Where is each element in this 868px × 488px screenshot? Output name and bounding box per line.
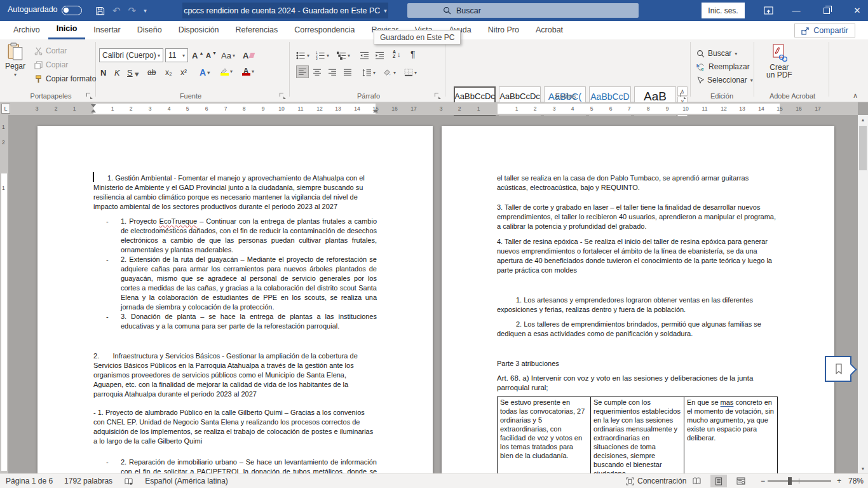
collapse-ribbon-icon[interactable]: ∧ [853,92,858,100]
align-right-button[interactable] [328,66,337,79]
autosave-toggle[interactable] [62,6,82,15]
read-mode-button[interactable] [688,475,705,487]
first-line-indent-marker[interactable] [91,104,96,107]
paragraph[interactable]: 2. Los talleres de emprendimientos brind… [497,320,778,339]
tab-diseno[interactable]: Diseño [129,21,170,39]
table-cell[interactable]: Se cumple con los requerimientos estable… [591,397,684,480]
paragraph-dialog-launcher[interactable] [435,93,441,99]
justify-button[interactable] [343,66,352,79]
right-indent-marker[interactable] [373,109,378,112]
numbering-button[interactable]: 123▾ [316,49,329,62]
underline-chevron-icon[interactable]: ▾ [135,67,139,80]
hanging-indent-marker[interactable] [91,109,96,112]
strikethrough-button[interactable]: ab [147,66,156,79]
scrollbar-thumb[interactable] [859,126,867,170]
paragraph[interactable]: - 1. Proyecto de alumbrado Público en la… [93,408,377,446]
list-item[interactable]: - 2. Extensión de la ruta del guayacán –… [93,255,377,312]
paragraph[interactable]: 2. Infraestructura y Servicios Básicos -… [93,351,377,399]
tab-inicio[interactable]: Inicio [48,21,86,39]
redo-icon[interactable]: ↷ [128,5,137,17]
paragraph[interactable]: 1. Los artesanos y emprendedores lograro… [497,295,778,315]
vertical-scrollbar[interactable]: ▲ ▼ [858,115,868,473]
tab-archivo[interactable]: Archivo [5,21,48,39]
replace-button[interactable]: bc Reemplazar [696,61,750,72]
list-item[interactable]: - 3. Donación de planta – se hace la ent… [93,312,377,331]
scroll-up-icon[interactable]: ▲ [858,115,868,125]
tab-correspondencia[interactable]: Correspondencia [286,21,363,39]
document-table[interactable]: Se estuvo presente en todas las convocat… [497,396,778,480]
find-button[interactable]: Buscar▾ [696,48,737,59]
tab-referencias[interactable]: Referencias [227,21,287,39]
zoom-level[interactable]: 78% [843,474,868,488]
document-page-1[interactable]: 1. Gestión Ambiental - Fomentar el manej… [37,126,433,473]
focus-mode-button[interactable]: Concentración [620,474,692,488]
share-button[interactable]: Compartir [794,24,855,37]
paragraph[interactable]: Art. 68. a) Intervenir con voz y voto en… [497,374,778,393]
tab-disposicion[interactable]: Disposición [170,21,227,39]
paragraph[interactable]: 1. Gestión Ambiental - Fomentar el manej… [93,173,377,212]
language-indicator[interactable]: Español (América latina) [139,474,234,488]
tab-selector[interactable]: L [1,104,10,114]
document-page-2[interactable]: el taller se realiza en la casa de don P… [442,126,834,473]
save-icon[interactable] [95,6,105,16]
clipboard-dialog-launcher[interactable] [86,93,93,99]
word-count[interactable]: 1792 palabras [58,474,118,488]
font-color-button[interactable]: A ▾ [241,65,254,78]
highlight-button[interactable]: ▾ [220,65,233,78]
document-title[interactable]: cpccs rendicion de cuenta 2024 - Guardad… [182,3,388,18]
change-case-button[interactable]: Aa▾ [221,49,235,62]
horizontal-ruler[interactable]: L 32112345678910111213141516173211234567… [0,102,858,115]
subscript-button[interactable]: x₂ [165,66,172,79]
align-center-button[interactable] [313,66,322,79]
table-cell[interactable]: En que se mas concreto en el momento de … [684,397,778,480]
minimize-button[interactable]: — [785,0,807,21]
font-family-combo[interactable]: Calibri (Cuerpo)▾ [99,48,163,62]
undo-icon[interactable]: ↶ [112,5,121,17]
tab-acrobat[interactable]: Acrobat [527,21,571,39]
ribbon-display-options-icon[interactable] [757,0,779,21]
web-layout-button[interactable] [733,475,749,487]
increase-indent-button[interactable] [375,49,384,62]
zoom-slider-thumb[interactable] [788,477,792,485]
select-button[interactable]: Seleccionar▾ [696,74,753,86]
align-left-button[interactable] [296,65,309,78]
font-size-combo[interactable]: 11▾ [165,48,188,62]
decrease-indent-button[interactable] [360,49,369,62]
page-indicator[interactable]: Página 1 de 6 [0,474,58,488]
superscript-button[interactable]: x² [180,66,187,79]
text-effects-button[interactable]: A▾ [200,66,210,79]
bold-button[interactable]: N [100,66,106,79]
create-pdf-button[interactable]: Crear un PDF [766,44,792,79]
proofing-status-icon[interactable] [118,474,139,488]
sign-in-button[interactable]: Inic. ses. [702,3,745,18]
close-button[interactable]: ✕ [846,0,868,21]
tab-nitro-pro[interactable]: Nitro Pro [480,21,527,39]
paragraph[interactable]: 3. Taller de corte y grabado en laser – … [497,203,778,231]
paragraph[interactable]: 4. Taller de resina epóxica - Se realiza… [497,237,778,275]
line-spacing-button[interactable]: ▾ [362,66,376,79]
paragraph[interactable]: Parte 3 atribuciones [497,359,778,369]
italic-button[interactable]: K [114,66,120,79]
clear-formatting-button[interactable]: A [243,49,254,62]
font-dialog-launcher[interactable] [280,93,286,99]
shrink-font-button[interactable]: A▼ [206,49,217,62]
bullets-button[interactable]: ▾ [296,49,309,62]
scroll-down-icon[interactable]: ▼ [858,464,868,473]
customize-qat-icon[interactable]: ▾ [144,8,147,14]
paste-button[interactable]: Pegar▾ [5,43,25,78]
search-input[interactable]: Buscar [407,3,639,18]
grow-font-button[interactable]: A▲ [192,49,203,62]
underline-button[interactable]: S [127,66,133,79]
styles-dialog-launcher[interactable] [680,93,686,99]
zoom-slider-track[interactable] [768,480,831,482]
sort-button[interactable]: AZ↓ [393,48,401,60]
vertical-ruler[interactable]: 121 [0,115,8,473]
format-painter-button[interactable]: Copiar formato [34,72,96,85]
tab-insertar[interactable]: Insertar [85,21,128,39]
list-item[interactable]: - 1. Proyecto EcoTrueque – Continuar con… [93,217,377,255]
multilevel-list-button[interactable]: ▾ [337,49,350,62]
margin-bookmark-flag[interactable] [825,356,851,382]
borders-button[interactable]: ▾ [404,66,417,79]
restore-button[interactable] [816,0,837,21]
copy-button[interactable]: Copiar [34,58,68,71]
